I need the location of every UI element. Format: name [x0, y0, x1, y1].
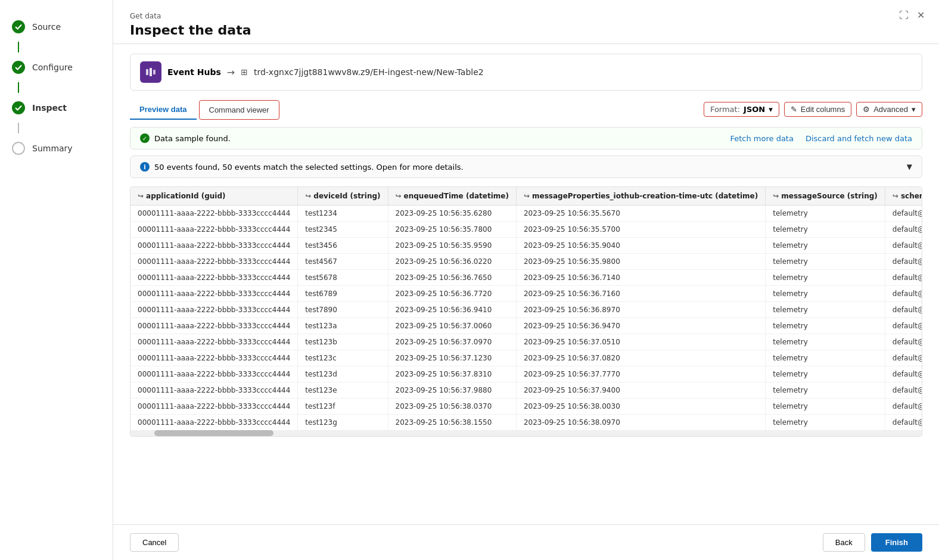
table-cell-r13-c4: telemetry: [766, 415, 885, 431]
table-cell-r11-c3: 2023-09-25 10:56:37.9400: [516, 382, 765, 399]
table-cell-r12-c3: 2023-09-25 10:56:38.0030: [516, 399, 765, 415]
advanced-button[interactable]: ⚙ Advanced ▾: [856, 102, 922, 117]
horizontal-scrollbar[interactable]: [130, 430, 922, 436]
table-cell-r11-c0: 00001111-aaaa-2222-bbbb-3333cccc4444: [130, 382, 298, 399]
edit-columns-button[interactable]: ✎ Edit columns: [784, 102, 851, 117]
table-cell-r9-c5: default@v1: [885, 350, 922, 366]
sidebar-item-source[interactable]: Source: [0, 12, 113, 42]
table-cell-r12-c2: 2023-09-25 10:56:38.0370: [388, 399, 516, 415]
table-cell-r6-c5: default@v1: [885, 302, 922, 318]
table-cell-r5-c4: telemetry: [766, 286, 885, 302]
info-message: 50 events found, 50 events match the sel…: [154, 163, 464, 172]
table-cell-r11-c1: test123e: [298, 382, 388, 399]
sidebar-label-source: Source: [32, 22, 61, 32]
table-cell-r5-c2: 2023-09-25 10:56:36.7720: [388, 286, 516, 302]
cancel-button[interactable]: Cancel: [130, 533, 179, 552]
sidebar-label-inspect: Inspect: [32, 103, 67, 113]
table-row: 00001111-aaaa-2222-bbbb-3333cccc4444test…: [130, 318, 922, 334]
sidebar-label-configure: Configure: [32, 63, 73, 72]
main-panel: ⛶ ✕ Get data Inspect the data Event Hubs…: [113, 0, 939, 560]
table-icon: ⊞: [241, 67, 248, 77]
table-cell-r13-c1: test123g: [298, 415, 388, 431]
table-cell-r1-c4: telemetry: [766, 222, 885, 238]
step-circle-inspect: [12, 101, 25, 114]
sidebar-item-summary[interactable]: Summary: [0, 133, 113, 163]
table-cell-r4-c2: 2023-09-25 10:56:36.7650: [388, 270, 516, 286]
expand-button[interactable]: ⛶: [899, 10, 909, 21]
table-row: 00001111-aaaa-2222-bbbb-3333cccc4444test…: [130, 222, 922, 238]
table-cell-r2-c1: test3456: [298, 238, 388, 254]
table-cell-r7-c1: test123a: [298, 318, 388, 334]
table-cell-r2-c0: 00001111-aaaa-2222-bbbb-3333cccc4444: [130, 238, 298, 254]
edit-columns-icon: ✎: [791, 105, 797, 114]
table-cell-r5-c0: 00001111-aaaa-2222-bbbb-3333cccc4444: [130, 286, 298, 302]
event-hubs-icon: [140, 61, 161, 83]
table-cell-r3-c5: default@v1: [885, 254, 922, 270]
edit-columns-label: Edit columns: [801, 105, 845, 114]
tabs-container: Preview data Command viewer: [130, 100, 279, 119]
table-cell-r1-c2: 2023-09-25 10:56:35.7800: [388, 222, 516, 238]
table-cell-r4-c3: 2023-09-25 10:56:36.7140: [516, 270, 765, 286]
tabs-toolbar-bar: Preview data Command viewer Format: JSON…: [130, 100, 922, 119]
table-cell-r3-c2: 2023-09-25 10:56:36.0220: [388, 254, 516, 270]
col-header-schema: ↪schema (string): [885, 187, 922, 206]
sidebar-item-inspect[interactable]: Inspect: [0, 93, 113, 123]
table-cell-r7-c0: 00001111-aaaa-2222-bbbb-3333cccc4444: [130, 318, 298, 334]
table-cell-r10-c3: 2023-09-25 10:56:37.7770: [516, 366, 765, 382]
table-cell-r10-c5: default@v1: [885, 366, 922, 382]
table-cell-r12-c1: test123f: [298, 399, 388, 415]
table-cell-r2-c3: 2023-09-25 10:56:35.9040: [516, 238, 765, 254]
back-button[interactable]: Back: [823, 533, 865, 552]
finish-button[interactable]: Finish: [871, 533, 922, 552]
status-left: Data sample found.: [140, 133, 231, 143]
step-circle-summary: [12, 142, 25, 155]
step-circle-source: [12, 20, 25, 33]
info-expand-icon[interactable]: ▼: [907, 163, 912, 171]
table-cell-r5-c1: test6789: [298, 286, 388, 302]
table-row: 00001111-aaaa-2222-bbbb-3333cccc4444test…: [130, 382, 922, 399]
table-cell-r7-c3: 2023-09-25 10:56:36.9470: [516, 318, 765, 334]
arrow-icon: →: [227, 67, 235, 78]
table-row: 00001111-aaaa-2222-bbbb-3333cccc4444test…: [130, 254, 922, 270]
format-selector[interactable]: Format: JSON ▾: [704, 102, 779, 117]
table-cell-r8-c0: 00001111-aaaa-2222-bbbb-3333cccc4444: [130, 334, 298, 350]
svg-rect-1: [150, 68, 152, 76]
table-cell-r0-c2: 2023-09-25 10:56:35.6280: [388, 206, 516, 222]
col-header-messageSource: ↪messageSource (string): [766, 187, 885, 206]
table-cell-r8-c1: test123b: [298, 334, 388, 350]
fetch-more-link[interactable]: Fetch more data: [730, 134, 793, 143]
advanced-chevron-icon: ▾: [912, 105, 916, 114]
data-table-container: ↪applicationId (guid) ↪deviceId (string)…: [130, 186, 922, 437]
source-path: trd-xgnxc7jjgt881wwv8w.z9/EH-ingest-new/…: [254, 67, 484, 77]
source-name: Event Hubs: [167, 67, 221, 77]
table-cell-r0-c0: 00001111-aaaa-2222-bbbb-3333cccc4444: [130, 206, 298, 222]
table-cell-r6-c4: telemetry: [766, 302, 885, 318]
scrollbar-thumb[interactable]: [154, 430, 273, 436]
footer-right: Back Finish: [823, 533, 922, 552]
col-header-applicationId: ↪applicationId (guid): [130, 187, 298, 206]
table-cell-r12-c4: telemetry: [766, 399, 885, 415]
table-cell-r10-c1: test123d: [298, 366, 388, 382]
table-cell-r13-c0: 00001111-aaaa-2222-bbbb-3333cccc4444: [130, 415, 298, 431]
info-icon: i: [140, 162, 150, 172]
table-row: 00001111-aaaa-2222-bbbb-3333cccc4444test…: [130, 350, 922, 366]
table-cell-r6-c0: 00001111-aaaa-2222-bbbb-3333cccc4444: [130, 302, 298, 318]
sidebar-item-configure[interactable]: Configure: [0, 52, 113, 82]
table-row: 00001111-aaaa-2222-bbbb-3333cccc4444test…: [130, 366, 922, 382]
table-cell-r6-c2: 2023-09-25 10:56:36.9410: [388, 302, 516, 318]
main-content: Event Hubs → ⊞ trd-xgnxc7jjgt881wwv8w.z9…: [113, 44, 939, 524]
table-cell-r0-c5: default@v1: [885, 206, 922, 222]
toolbar-right: Format: JSON ▾ ✎ Edit columns ⚙ Advanced…: [704, 102, 922, 117]
connector-1: [18, 42, 19, 52]
step-circle-configure: [12, 61, 25, 74]
status-message: Data sample found.: [154, 134, 231, 143]
discard-fetch-link[interactable]: Discard and fetch new data: [806, 134, 912, 143]
tab-command-viewer[interactable]: Command viewer: [199, 100, 279, 120]
table-cell-r2-c2: 2023-09-25 10:56:35.9590: [388, 238, 516, 254]
table-cell-r7-c4: telemetry: [766, 318, 885, 334]
info-bar: i 50 events found, 50 events match the s…: [130, 155, 922, 178]
table-cell-r13-c5: default@v1: [885, 415, 922, 431]
close-button[interactable]: ✕: [917, 10, 925, 21]
tab-preview-data[interactable]: Preview data: [130, 100, 197, 120]
table-cell-r11-c5: default@v1: [885, 382, 922, 399]
